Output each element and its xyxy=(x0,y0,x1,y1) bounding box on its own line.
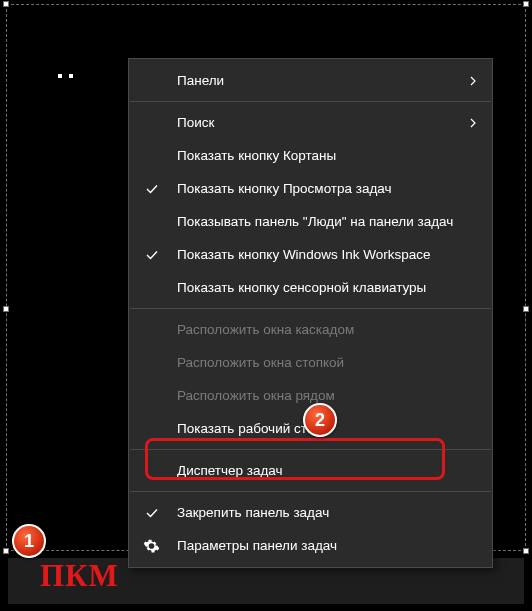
check-icon xyxy=(145,182,159,196)
check-icon xyxy=(145,248,159,262)
callout-badge-1: 1 xyxy=(12,524,46,558)
menu-separator xyxy=(130,491,491,492)
taskbar-context-menu: Панели Поиск Показать кнопку Кортаны Пок… xyxy=(128,58,493,568)
menu-label: Закрепить панель задач xyxy=(177,505,329,520)
highlight-box-task-manager xyxy=(145,438,445,480)
menu-item-task-view[interactable]: Показать кнопку Просмотра задач xyxy=(129,172,492,205)
menu-item-taskbar-settings[interactable]: Параметры панели задач xyxy=(129,529,492,562)
gear-icon xyxy=(143,537,160,554)
menu-item-cortana[interactable]: Показать кнопку Кортаны xyxy=(129,139,492,172)
menu-item-search[interactable]: Поиск xyxy=(129,106,492,139)
menu-label: Показать кнопку Просмотра задач xyxy=(177,181,392,196)
menu-label: Расположить окна каскадом xyxy=(177,322,354,337)
handle xyxy=(3,548,9,554)
menu-label: Поиск xyxy=(177,115,214,130)
handle xyxy=(523,548,529,554)
handle xyxy=(58,74,62,78)
menu-item-ink-workspace[interactable]: Показать кнопку Windows Ink Workspace xyxy=(129,238,492,271)
menu-label: Панели xyxy=(177,73,224,88)
menu-item-people[interactable]: Показывать панель "Люди" на панели задач xyxy=(129,205,492,238)
check-icon xyxy=(145,506,159,520)
menu-label: Показать кнопку сенсорной клавиатуры xyxy=(177,280,426,295)
badge-text: 2 xyxy=(315,410,325,431)
handle xyxy=(3,306,9,312)
callout-badge-2: 2 xyxy=(303,403,337,437)
menu-label: Показать рабочий стол xyxy=(177,421,322,436)
menu-item-touch-keyboard[interactable]: Показать кнопку сенсорной клавиатуры xyxy=(129,271,492,304)
menu-label: Параметры панели задач xyxy=(177,538,337,553)
menu-separator xyxy=(130,101,491,102)
menu-item-lock-taskbar[interactable]: Закрепить панель задач xyxy=(129,496,492,529)
menu-label: Показать кнопку Кортаны xyxy=(177,148,336,163)
handle xyxy=(523,306,529,312)
menu-label: Показать кнопку Windows Ink Workspace xyxy=(177,247,430,262)
menu-label: Расположить окна рядом xyxy=(177,388,335,403)
menu-separator xyxy=(130,308,491,309)
handle xyxy=(3,1,9,7)
chevron-right-icon xyxy=(468,118,478,128)
chevron-right-icon xyxy=(468,76,478,86)
badge-text: 1 xyxy=(24,531,34,552)
menu-label: Расположить окна стопкой xyxy=(177,355,344,370)
pkm-label: ПКМ xyxy=(40,558,119,594)
menu-label: Показывать панель "Люди" на панели задач xyxy=(177,214,453,229)
handle xyxy=(69,74,73,78)
menu-item-panels[interactable]: Панели xyxy=(129,64,492,97)
menu-item-cascade: Расположить окна каскадом xyxy=(129,313,492,346)
menu-item-stack: Расположить окна стопкой xyxy=(129,346,492,379)
handle xyxy=(523,1,529,7)
